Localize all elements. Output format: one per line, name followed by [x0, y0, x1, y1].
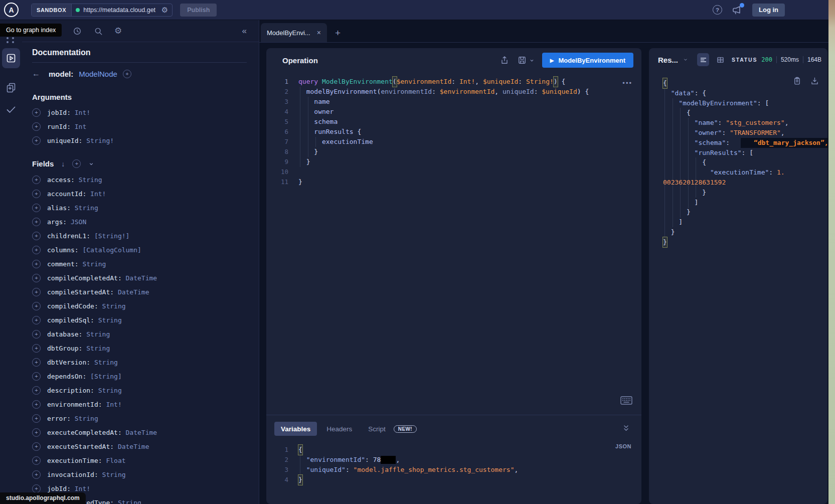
schema-field-row[interactable]: +dependsOn: [String] — [32, 369, 247, 383]
variables-editor[interactable]: 1234 { "environmentId": 78, "uniqueId": … — [266, 445, 636, 485]
schema-field-row[interactable]: +args: JSON — [32, 215, 247, 229]
connection-settings-gear-icon[interactable]: ⚙ — [161, 6, 168, 15]
keyboard-shortcuts-icon[interactable] — [620, 396, 632, 405]
help-icon[interactable]: ? — [713, 5, 722, 15]
schema-field-row[interactable]: +database: String — [32, 327, 247, 341]
connection-status-dot — [76, 8, 80, 12]
graph-index-icon[interactable] — [7, 37, 16, 43]
sidebar-item-explorer[interactable] — [2, 48, 20, 68]
new-tab-icon[interactable]: + — [335, 28, 341, 38]
add-field-icon[interactable]: + — [32, 428, 41, 437]
schema-field-row[interactable]: +compileStartedAt: DateTime — [32, 285, 247, 299]
chevron-down-icon[interactable] — [88, 161, 94, 167]
add-field-icon[interactable]: + — [32, 204, 41, 212]
code-line: { — [663, 78, 823, 88]
add-field-icon[interactable]: + — [32, 316, 41, 324]
add-field-icon[interactable]: + — [32, 372, 41, 381]
schema-field-row[interactable]: +access: String — [32, 173, 247, 187]
schema-field-row[interactable]: +compileCompletedAt: DateTime — [32, 271, 247, 285]
add-field-icon[interactable]: + — [32, 232, 41, 240]
add-field-icon[interactable]: + — [32, 358, 41, 367]
settings-gear-icon[interactable]: ⚙ — [114, 26, 122, 36]
sidebar-item-schema[interactable] — [2, 77, 20, 97]
operation-editor[interactable]: 1234567891011 query ModelByEnvironment($… — [266, 77, 636, 187]
raw-view-toggle[interactable] — [697, 53, 710, 66]
tab-variables[interactable]: Variables — [274, 422, 317, 436]
add-field-icon[interactable]: + — [32, 470, 41, 479]
back-icon[interactable]: ← — [32, 69, 40, 78]
schema-field-row[interactable]: +dbtGroup: String — [32, 341, 247, 355]
close-tab-icon[interactable]: × — [317, 29, 321, 37]
schema-field-row[interactable]: +accountId: Int! — [32, 187, 247, 201]
type-link[interactable]: ModelNode — [79, 70, 117, 78]
add-field-icon[interactable]: + — [32, 442, 41, 451]
add-field-icon[interactable]: + — [32, 176, 41, 184]
schema-field-row[interactable]: +alias: String — [32, 201, 247, 215]
schema-field-row[interactable]: +description: String — [32, 383, 247, 397]
schema-field-row[interactable]: +columns: [CatalogColumn] — [32, 243, 247, 257]
add-field-icon[interactable]: + — [32, 302, 41, 310]
line-number: 6 — [266, 127, 288, 137]
add-field-icon[interactable]: + — [32, 288, 41, 296]
schema-field-row[interactable]: +jobId: Int! — [32, 105, 247, 119]
sort-fields-icon[interactable]: ↓ — [61, 160, 65, 168]
schema-field-row[interactable]: +uniqueId: String! — [32, 133, 247, 147]
schema-field-row[interactable]: +compiledSql: String — [32, 313, 247, 327]
history-icon[interactable] — [72, 26, 82, 36]
add-field-icon[interactable]: + — [32, 136, 41, 145]
schema-field-row[interactable]: +comment: String — [32, 257, 247, 271]
schema-field-row[interactable]: +executionTime: Float — [32, 453, 247, 467]
search-icon[interactable] — [93, 26, 103, 36]
collapse-sidebar-icon[interactable]: « — [242, 26, 247, 36]
divider — [32, 62, 247, 63]
add-field-icon[interactable]: + — [32, 108, 41, 117]
code-line: "name": "stg_customers", — [663, 118, 823, 128]
add-field-icon[interactable]: + — [32, 330, 41, 339]
tab-script[interactable]: Script — [362, 422, 389, 436]
endpoint-url-field[interactable]: https://metadata.cloud.get ⚙ — [72, 6, 172, 15]
add-field-icon[interactable]: + — [32, 246, 41, 254]
publish-button[interactable]: Publish — [180, 4, 217, 17]
response-size: 164B — [807, 56, 821, 63]
add-field-icon[interactable]: + — [32, 190, 41, 198]
add-field-icon[interactable]: + — [32, 122, 41, 131]
share-operation-icon[interactable] — [499, 55, 510, 65]
add-field-icon[interactable]: + — [32, 414, 41, 423]
run-operation-button[interactable]: ▶ ModelByEnvironment — [542, 53, 633, 68]
save-operation-icon[interactable] — [517, 55, 527, 65]
schema-field-row[interactable]: +executeCompletedAt: DateTime — [32, 425, 247, 439]
schema-field-row[interactable]: +environmentId: Int! — [32, 397, 247, 411]
add-field-icon[interactable]: + — [32, 218, 41, 226]
operation-tab[interactable]: ModelByEnvi... × — [261, 23, 327, 42]
save-options-chevron-icon[interactable] — [529, 58, 535, 63]
login-button[interactable]: Log in — [752, 4, 785, 17]
apollo-logo-icon[interactable]: A — [4, 3, 19, 17]
schema-field-row[interactable]: +error: String — [32, 411, 247, 425]
response-body[interactable]: { "data": { "modelByEnvironment": [ { "n… — [663, 78, 823, 247]
add-field-icon[interactable]: + — [32, 344, 41, 353]
editor-options-icon[interactable]: ••• — [622, 79, 632, 87]
sidebar-item-checks[interactable] — [2, 99, 20, 119]
schema-field-row[interactable]: +childrenL1: [String!] — [32, 229, 247, 243]
code-line: "uniqueId": "model.jaffle_shop_metrics.s… — [298, 465, 636, 475]
endpoint-url-text[interactable]: https://metadata.cloud.get — [83, 7, 158, 14]
add-field-icon[interactable]: + — [32, 386, 41, 395]
add-field-icon[interactable]: + — [32, 484, 41, 493]
add-type-icon[interactable]: + — [123, 70, 131, 78]
schema-field-row[interactable]: +invocationId: String — [32, 467, 247, 481]
announcements-megaphone-icon[interactable] — [731, 4, 743, 16]
schema-field-row[interactable]: +executeStartedAt: DateTime — [32, 439, 247, 453]
response-menu-chevron-icon[interactable] — [683, 57, 688, 63]
schema-field-row[interactable]: +runId: Int — [32, 119, 247, 133]
tab-headers[interactable]: Headers — [320, 422, 359, 436]
add-field-icon[interactable]: + — [32, 456, 41, 465]
table-view-toggle[interactable] — [714, 53, 727, 66]
add-all-fields-icon[interactable]: + — [72, 159, 81, 168]
schema-field-row[interactable]: +compiledCode: String — [32, 299, 247, 313]
add-field-icon[interactable]: + — [32, 274, 41, 282]
schema-field-row[interactable]: +dbtVersion: String — [32, 355, 247, 369]
add-field-icon[interactable]: + — [32, 260, 41, 268]
desktop-wallpaper-edge — [828, 0, 835, 504]
add-field-icon[interactable]: + — [32, 400, 41, 409]
collapse-variables-icon[interactable] — [622, 423, 630, 433]
